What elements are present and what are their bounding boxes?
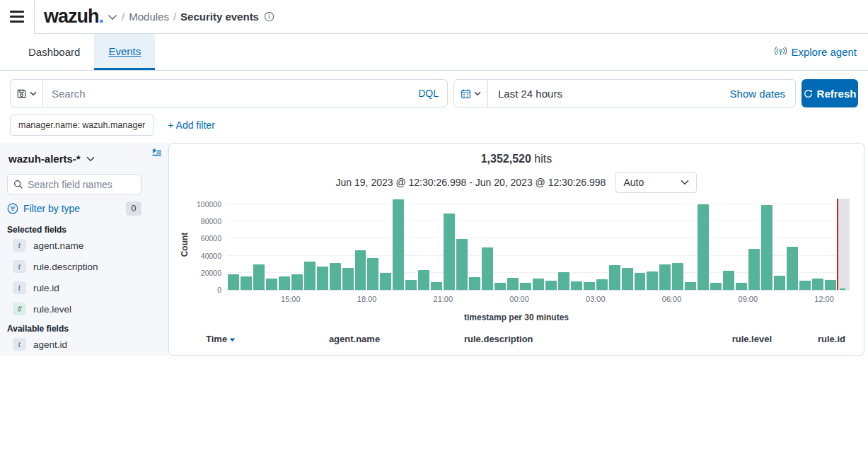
histogram-bar[interactable] [291, 274, 303, 290]
interval-select[interactable]: Auto [615, 172, 697, 193]
histogram-bar[interactable] [393, 199, 404, 290]
breadcrumb-modules[interactable]: Modules [129, 11, 169, 23]
chevron-down-icon [108, 11, 117, 23]
saved-query-button[interactable] [11, 80, 43, 107]
histogram-bar[interactable] [469, 277, 480, 290]
field-search-input[interactable] [28, 179, 127, 190]
histogram-bar[interactable] [635, 273, 646, 290]
query-language-button[interactable]: DQL [410, 88, 447, 99]
histogram-bar[interactable] [787, 247, 798, 290]
filter-by-type-label: Filter by type [23, 203, 80, 214]
histogram-bar[interactable] [317, 267, 328, 290]
histogram-bar[interactable] [736, 283, 747, 290]
results-panel: 1,352,520 hits Jun 19, 2023 @ 12:30:26.9… [168, 143, 864, 356]
column-header-rule-level[interactable]: rule.level [673, 334, 772, 344]
field-item-agent-id[interactable]: t agent.id [7, 334, 141, 355]
column-header-agent-name[interactable]: agent.name [277, 334, 432, 344]
histogram-bar[interactable] [482, 247, 493, 290]
field-item-rule-id[interactable]: t rule.id [7, 277, 141, 298]
histogram-bar[interactable] [825, 280, 836, 290]
histogram-bar[interactable] [609, 265, 620, 290]
histogram-bar[interactable] [748, 249, 760, 290]
filter-by-type-button[interactable]: Filter by type [7, 203, 80, 214]
app-switcher[interactable]: wazuh. [35, 6, 117, 28]
histogram-bar[interactable] [698, 204, 709, 290]
histogram-bar[interactable] [571, 281, 582, 290]
histogram-bar[interactable] [622, 268, 633, 290]
histogram-bar[interactable] [494, 283, 506, 290]
histogram-bar[interactable] [304, 262, 316, 290]
string-type-icon: t [13, 338, 26, 351]
histogram-bar[interactable] [710, 283, 722, 290]
histogram-bar[interactable] [266, 279, 277, 290]
chevron-down-icon [86, 156, 95, 162]
column-header-rule-description[interactable]: rule.description [432, 334, 673, 344]
histogram-bar[interactable] [672, 263, 683, 290]
histogram-bar[interactable] [456, 239, 468, 290]
filter-pill[interactable]: manager.name: wazuh.manager [10, 115, 154, 136]
histogram-bar[interactable] [761, 205, 772, 290]
refresh-icon [804, 89, 813, 98]
breadcrumb-separator: / [122, 11, 125, 23]
histogram-bar[interactable] [380, 273, 391, 290]
histogram-bar[interactable] [774, 276, 785, 290]
histogram-bar[interactable] [279, 276, 290, 290]
histogram-bar[interactable] [405, 280, 417, 290]
histogram-bar[interactable] [367, 258, 378, 290]
histogram-bar[interactable] [558, 272, 569, 290]
available-fields-heading: Available fields [7, 324, 168, 334]
y-axis-title: Count [180, 233, 190, 257]
histogram-bar[interactable] [723, 271, 734, 290]
histogram-bar[interactable] [241, 276, 252, 290]
histogram-bar[interactable] [533, 279, 544, 290]
field-item-rule-description[interactable]: t rule.description [7, 256, 141, 277]
histogram-bar[interactable] [799, 281, 811, 290]
search-input[interactable] [43, 88, 410, 100]
histogram-chart: Count 020000400006000080000100000 [178, 199, 850, 291]
sort-desc-icon[interactable] [229, 334, 236, 344]
histogram-bar[interactable] [431, 282, 442, 290]
histogram-bar[interactable] [418, 270, 429, 290]
chart-date-range: Jun 19, 2023 @ 12:30:26.998 - Jun 20, 20… [336, 177, 606, 188]
histogram-bar[interactable] [584, 282, 595, 290]
histogram-bar[interactable] [444, 214, 455, 290]
results-table-header: Time agent.name rule.description rule.le… [169, 334, 864, 344]
explore-agent-button[interactable]: Explore agent [775, 34, 868, 70]
histogram-bar[interactable] [596, 279, 608, 290]
x-tick-label: 06:00 [662, 295, 682, 303]
histogram-bar[interactable] [228, 274, 239, 290]
histogram-bar[interactable] [507, 278, 519, 290]
histogram-bar[interactable] [685, 282, 696, 290]
menu-icon[interactable] [0, 0, 35, 34]
column-header-time[interactable]: Time [206, 334, 277, 344]
module-tabbar: Dashboard Events Explore agent [0, 34, 868, 71]
histogram-bar[interactable] [355, 250, 366, 290]
time-range-value[interactable]: Last 24 hours [488, 88, 572, 100]
collapse-sidebar-icon[interactable] [151, 147, 163, 160]
add-filter-button[interactable]: + Add filter [168, 119, 215, 131]
explore-agent-label: Explore agent [791, 46, 857, 58]
antenna-icon [775, 46, 787, 59]
histogram-bar[interactable] [330, 263, 341, 290]
histogram-bar[interactable] [647, 271, 658, 290]
histogram-bar[interactable] [253, 264, 265, 290]
field-item-rule-level[interactable]: # rule.level [7, 298, 141, 320]
x-axis-ticks: 15:0018:0021:0000:0003:0006:0009:0012:00 [227, 295, 850, 306]
calendar-button[interactable] [454, 80, 488, 107]
x-tick-label: 03:00 [586, 295, 606, 303]
tab-events[interactable]: Events [94, 34, 155, 70]
histogram-bar[interactable] [520, 283, 531, 290]
index-pattern-selector[interactable]: wazuh-alerts-* [7, 148, 168, 165]
field-item-agent-name[interactable]: t agent.name [7, 235, 141, 256]
histogram-bar[interactable] [342, 268, 354, 290]
info-icon[interactable] [264, 11, 274, 22]
column-header-rule-id[interactable]: rule.id [772, 334, 845, 344]
refresh-button[interactable]: Refresh [802, 79, 858, 107]
histogram-bar[interactable] [659, 264, 671, 290]
show-dates-button[interactable]: Show dates [730, 88, 795, 100]
partial-bucket-bar[interactable] [840, 288, 845, 290]
tab-dashboard[interactable]: Dashboard [14, 34, 94, 70]
histogram-bar[interactable] [545, 281, 557, 290]
histogram-bar[interactable] [812, 279, 823, 290]
x-axis-title: timestamp per 30 minutes [169, 312, 864, 322]
